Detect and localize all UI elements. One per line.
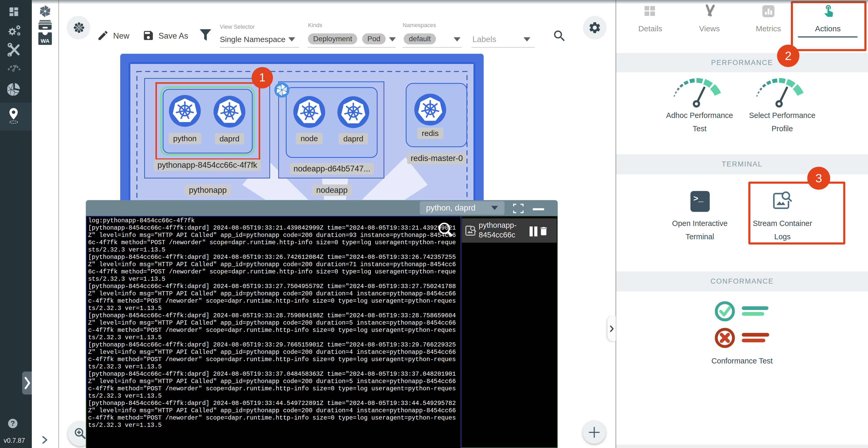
svg-text:WA: WA bbox=[41, 38, 50, 44]
